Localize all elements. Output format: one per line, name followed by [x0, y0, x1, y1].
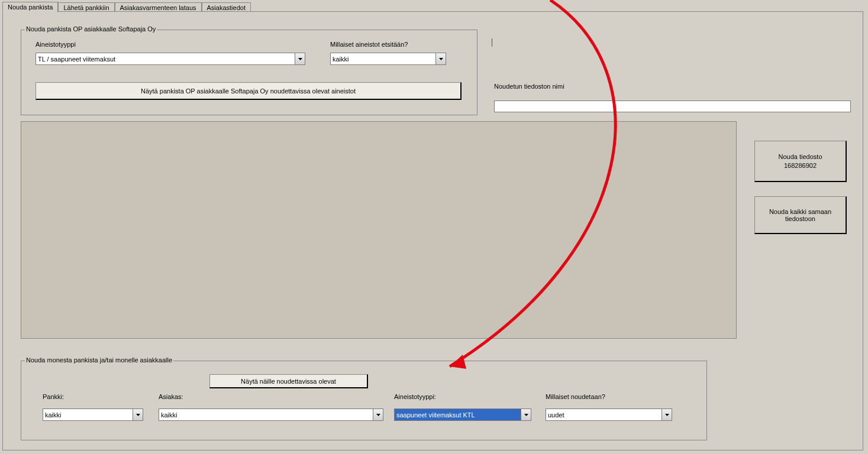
combo-pankki-input[interactable] [43, 408, 133, 421]
tab-label: Asiakasvarmenteen lataus [120, 4, 196, 11]
group-nouda-monesta: Nouda monesta pankista ja/tai monelle as… [21, 361, 707, 440]
tab-label: Nouda pankista [8, 4, 53, 11]
chevron-down-icon[interactable] [373, 408, 383, 421]
tab-label: Asiakastiedot [207, 4, 246, 11]
label-file-name: Noudetun tiedoston nimi [494, 83, 564, 90]
chevron-down-icon[interactable] [662, 408, 672, 421]
nouda-tiedosto-button[interactable]: Nouda tiedosto 168286902 [754, 141, 847, 182]
combo-pankki[interactable] [43, 408, 143, 421]
combo-millaiset[interactable] [330, 53, 446, 65]
chevron-down-icon[interactable] [133, 408, 143, 421]
nayta-button-bottom[interactable]: Näytä näille noudettavissa olevat [209, 374, 368, 388]
svg-marker-3 [376, 414, 380, 416]
tab-label: Lähetä pankkiin [63, 4, 109, 11]
label-pankki: Pankki: [43, 393, 64, 400]
label-millaiset: Millaiset aineistot etsitään? [330, 41, 408, 48]
group-nouda-pankista-op: Nouda pankista OP asiakkaalle Softapaja … [21, 30, 477, 115]
label-asiakas: Asiakas: [159, 393, 183, 400]
nouda-kaikki-label: Nouda kaikki samaan tiedostoon [765, 208, 836, 222]
svg-marker-5 [665, 414, 669, 416]
combo-millaiset-bottom-input[interactable] [546, 408, 662, 421]
nouda-kaikki-button[interactable]: Nouda kaikki samaan tiedostoon [754, 196, 847, 234]
nayta-button-top-label: Näytä pankista OP asiakkaalle Softapaja … [141, 87, 356, 95]
nayta-button-top[interactable]: Näytä pankista OP asiakkaalle Softapaja … [36, 82, 462, 100]
svg-marker-1 [439, 58, 443, 60]
combo-millaiset-bottom[interactable] [546, 408, 672, 421]
svg-marker-2 [136, 414, 140, 416]
nouda-tiedosto-label: Nouda tiedosto 168286902 [779, 153, 822, 170]
chevron-down-icon[interactable] [521, 408, 531, 421]
results-list[interactable] [21, 121, 737, 339]
chevron-down-icon[interactable] [436, 53, 446, 65]
combo-millaiset-input[interactable] [330, 53, 436, 65]
nayta-button-bottom-label: Näytä näille noudettavissa olevat [241, 378, 336, 385]
chevron-down-icon[interactable] [295, 53, 305, 65]
combo-aineistotyyppi-bottom-input[interactable] [394, 408, 521, 421]
tab-nouda-pankista[interactable]: Nouda pankista [2, 2, 58, 12]
combo-asiakas[interactable] [159, 408, 383, 421]
label-millaiset-bottom: Millaiset noudetaan? [546, 393, 605, 400]
label-aineistotyyppi: Aineistotyyppi [36, 41, 76, 48]
tab-strip: Nouda pankista Lähetä pankkiin Asiakasva… [2, 0, 868, 12]
group-title-bottom: Nouda monesta pankista ja/tai monelle as… [25, 356, 173, 364]
combo-aineistotyyppi-input[interactable] [36, 53, 295, 65]
combo-asiakas-input[interactable] [159, 408, 373, 421]
svg-marker-0 [298, 58, 302, 60]
group-title: Nouda pankista OP asiakkaalle Softapaja … [25, 25, 157, 33]
file-name-field[interactable] [494, 100, 851, 112]
label-aineistotyyppi-bottom: Aineistotyyppi: [394, 393, 436, 400]
text-caret [492, 38, 492, 47]
combo-aineistotyyppi[interactable] [36, 53, 305, 65]
tab-body: Nouda pankista OP asiakkaalle Softapaja … [2, 11, 863, 450]
svg-marker-4 [524, 414, 528, 416]
combo-aineistotyyppi-bottom[interactable] [394, 408, 531, 421]
